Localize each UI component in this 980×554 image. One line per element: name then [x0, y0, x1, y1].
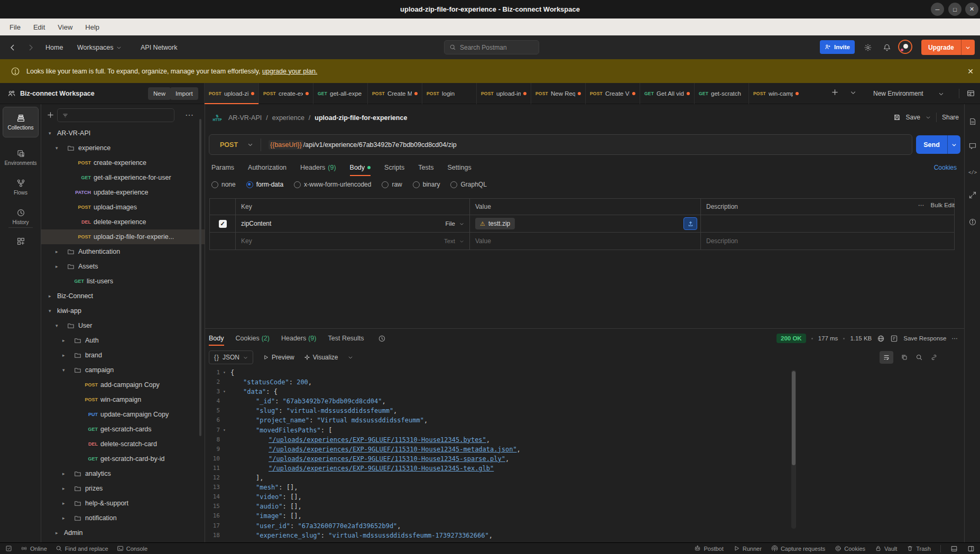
- fold-caret-icon[interactable]: ▾: [223, 368, 226, 377]
- sidebar-scrollbar[interactable]: [199, 119, 201, 436]
- key-placeholder[interactable]: Key: [241, 237, 252, 245]
- chevron-closed-icon[interactable]: ▸: [62, 515, 68, 521]
- rail-item-flows[interactable]: Flows: [0, 179, 41, 196]
- chevron-open-icon[interactable]: ▾: [49, 131, 54, 136]
- status-postbot[interactable]: Postbot: [694, 545, 723, 552]
- fold-caret-icon[interactable]: ▾: [223, 426, 226, 435]
- tree-folder-authentication[interactable]: ▸Authentication: [41, 244, 205, 259]
- response-tab-test-results[interactable]: Test Results: [328, 331, 364, 346]
- nav-api-network[interactable]: API Network: [141, 35, 177, 59]
- nav-back-icon[interactable]: [8, 35, 17, 59]
- response-more-icon[interactable]: ⋯: [952, 335, 958, 342]
- file-path-link[interactable]: "/uploads/experiences/EXP-9GLUEF/115310-…: [269, 436, 486, 444]
- description-cell[interactable]: [701, 215, 954, 232]
- save-button[interactable]: Save: [906, 114, 920, 121]
- new-tab-plus-icon[interactable]: [831, 88, 839, 96]
- code-snippet-icon[interactable]: </>: [968, 167, 977, 176]
- rail-item-history[interactable]: History: [0, 208, 41, 225]
- save-response-button[interactable]: Save Response: [903, 335, 946, 341]
- tree-folder-assets[interactable]: ▸Assets: [41, 259, 205, 274]
- open-tab-get-scratch[interactable]: GETget-scratch: [694, 83, 748, 104]
- menu-view[interactable]: View: [51, 23, 79, 31]
- reselect-file-button[interactable]: [683, 217, 697, 230]
- send-button[interactable]: Send: [916, 135, 960, 154]
- tree-folder-experience[interactable]: ▾experience: [41, 141, 205, 155]
- tree-request-update-experience[interactable]: PATCHupdate-experience: [41, 185, 205, 200]
- sidebar-filter-input[interactable]: [57, 108, 174, 122]
- status-cookies[interactable]: Cookies: [835, 545, 865, 552]
- workspace-name[interactable]: Biz-connect Workspace: [7, 83, 95, 104]
- rail-item-environments[interactable]: Environments: [0, 149, 41, 166]
- chevron-closed-icon[interactable]: ▸: [56, 530, 61, 535]
- nav-home[interactable]: Home: [45, 35, 63, 59]
- share-button[interactable]: Share: [942, 114, 959, 121]
- import-button[interactable]: Import: [170, 87, 198, 100]
- tab-scripts[interactable]: Scripts: [384, 159, 404, 176]
- sidebar-more-icon[interactable]: ⋯: [185, 110, 194, 120]
- environment-selector[interactable]: New Environment: [873, 83, 959, 104]
- status-grid-icon[interactable]: [5, 545, 12, 552]
- status-find-and-replace[interactable]: Find and replace: [56, 545, 108, 552]
- nav-workspaces[interactable]: Workspaces: [77, 35, 122, 59]
- tree-request-update-campaign-copy[interactable]: PUTupdate-campaign Copy: [41, 407, 205, 422]
- invite-button[interactable]: Invite: [820, 40, 855, 54]
- tree-collection-kiwi-app[interactable]: ▾kiwi-app: [41, 303, 205, 318]
- new-button[interactable]: New: [148, 87, 171, 100]
- breadcrumb-collection[interactable]: AR-VR-API: [228, 114, 262, 122]
- tree-collection-ar-vr-api[interactable]: ▾AR-VR-API: [41, 126, 205, 141]
- tree-request-get-all-experience-for-user[interactable]: GETget-all-experience-for-user: [41, 170, 205, 185]
- close-button[interactable]: ✕: [965, 3, 978, 16]
- tree-request-add-campaign-copy[interactable]: POSTadd-campaign Copy: [41, 377, 205, 392]
- upgrade-plan-link[interactable]: upgrade your plan.: [262, 68, 317, 75]
- tree-request-get-scratch-cards[interactable]: GETget-scratch-cards: [41, 422, 205, 437]
- description-placeholder[interactable]: Description: [706, 237, 738, 245]
- visualize-chevron-icon[interactable]: [348, 355, 353, 360]
- tab-params[interactable]: Params: [211, 159, 234, 176]
- open-tab-create-ex[interactable]: POSTcreate-ex: [258, 83, 313, 104]
- open-tab-upload-im[interactable]: POSTupload-im: [476, 83, 531, 104]
- tab-list-chevron-icon[interactable]: [850, 89, 856, 96]
- tree-request-delete-experience[interactable]: DELdelete-experience: [41, 215, 205, 229]
- status-console[interactable]: Console: [117, 545, 147, 552]
- globe-icon[interactable]: [877, 335, 885, 343]
- more-options-icon[interactable]: ⋯: [918, 201, 924, 209]
- tree-request-list-users[interactable]: GETlist-users: [41, 274, 205, 289]
- chevron-closed-icon[interactable]: ▸: [62, 353, 68, 358]
- chevron-open-icon[interactable]: ▾: [56, 145, 61, 151]
- tab-authorization[interactable]: Authorization: [248, 159, 286, 176]
- toggle-right-panel-icon[interactable]: [967, 545, 975, 552]
- wrap-text-icon[interactable]: [880, 351, 893, 364]
- open-tab-win-camp[interactable]: POSTwin-camp: [748, 83, 803, 104]
- tree-collection-admin[interactable]: ▸Admin: [41, 525, 205, 540]
- key-cell[interactable]: zipContent: [241, 220, 271, 227]
- tab-headers[interactable]: Headers(9): [300, 159, 336, 176]
- copy-icon[interactable]: [901, 354, 908, 361]
- chevron-closed-icon[interactable]: ▸: [56, 264, 61, 269]
- status-trash[interactable]: Trash: [907, 545, 931, 552]
- chevron-closed-icon[interactable]: ▸: [62, 338, 68, 343]
- breadcrumb-folder[interactable]: experience: [272, 114, 304, 122]
- settings-gear-icon[interactable]: [864, 35, 872, 59]
- menu-file[interactable]: File: [3, 23, 27, 31]
- response-history-icon[interactable]: [378, 335, 386, 343]
- open-tab-login[interactable]: POSTlogin: [422, 83, 476, 104]
- visualize-button[interactable]: Visualize: [304, 354, 338, 361]
- response-tab-headers[interactable]: Headers(9): [281, 331, 317, 346]
- body-mode-none[interactable]: none: [211, 181, 236, 188]
- open-tab-create-vi[interactable]: POSTCreate Vi: [585, 83, 640, 104]
- file-path-link[interactable]: "/uploads/experiences/EXP-9GLUEF/115310-…: [269, 446, 517, 453]
- tab-settings[interactable]: Settings: [447, 159, 471, 176]
- minimize-button[interactable]: ─: [931, 3, 944, 16]
- response-scrollbar[interactable]: [791, 370, 796, 529]
- maximize-button[interactable]: □: [948, 3, 961, 16]
- tree-folder-brand[interactable]: ▸brand: [41, 348, 205, 363]
- toggle-bottom-panel-icon[interactable]: [950, 545, 958, 552]
- search-response-icon[interactable]: [916, 354, 923, 361]
- rail-item-create[interactable]: [0, 237, 41, 246]
- chevron-open-icon[interactable]: ▾: [49, 308, 54, 313]
- file-path-link[interactable]: "/uploads/experiences/EXP-9GLUEF/115310-…: [269, 455, 505, 463]
- menu-edit[interactable]: Edit: [27, 23, 51, 31]
- file-chip[interactable]: ⚠ testt.zip: [475, 218, 515, 229]
- method-chevron-icon[interactable]: [247, 142, 253, 147]
- tree-request-upload-images[interactable]: POSTupload-images: [41, 200, 205, 215]
